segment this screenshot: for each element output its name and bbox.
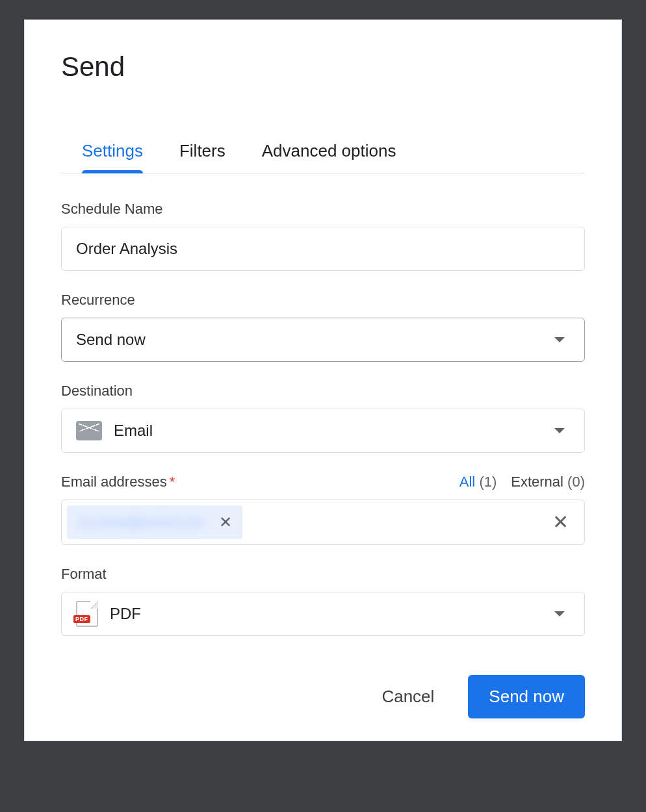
- clear-all-icon[interactable]: ✕: [550, 513, 571, 532]
- email-filter-external[interactable]: External: [511, 474, 563, 490]
- pdf-badge-text: PDF: [73, 615, 90, 623]
- email-addresses-input[interactable]: xx.xxxxx@xxxxxx.xxx ✕ ✕: [61, 500, 585, 545]
- email-icon: [76, 421, 102, 440]
- caret-down-icon: [554, 337, 565, 342]
- tabs: Settings Filters Advanced options: [61, 141, 585, 173]
- caret-down-icon: [554, 428, 565, 433]
- tab-advanced-options[interactable]: Advanced options: [262, 141, 396, 173]
- field-destination: Destination Email: [61, 383, 585, 453]
- tab-settings[interactable]: Settings: [82, 141, 143, 173]
- field-schedule-name: Schedule Name: [61, 201, 585, 271]
- chip-remove-icon[interactable]: ✕: [216, 512, 235, 533]
- dialog-title: Send: [61, 51, 585, 82]
- caret-down-icon: [554, 611, 565, 616]
- field-email-addresses: Email addresses* All (1) External (0) xx…: [61, 474, 585, 545]
- email-addresses-label-text: Email addresses: [61, 474, 167, 490]
- tab-filters[interactable]: Filters: [179, 141, 226, 173]
- destination-select[interactable]: Email: [61, 409, 585, 453]
- required-indicator: *: [170, 474, 175, 490]
- recurrence-select[interactable]: Send now: [61, 318, 585, 362]
- format-label: Format: [61, 566, 585, 583]
- destination-value: Email: [114, 422, 153, 440]
- email-filter-external-count: (0): [567, 474, 585, 490]
- email-chip-text: xx.xxxxx@xxxxxx.xxx: [79, 514, 203, 531]
- email-filter-all-count: (1): [479, 474, 497, 490]
- email-filter-all[interactable]: All: [459, 474, 475, 490]
- schedule-name-label: Schedule Name: [61, 201, 585, 218]
- format-value: PDF: [110, 605, 141, 623]
- recurrence-value: Send now: [76, 331, 146, 349]
- email-chip: xx.xxxxx@xxxxxx.xxx ✕: [67, 505, 242, 539]
- schedule-name-input[interactable]: [61, 227, 585, 271]
- send-now-button[interactable]: Send now: [468, 675, 585, 718]
- recurrence-label: Recurrence: [61, 292, 585, 309]
- email-counters: All (1) External (0): [459, 474, 585, 490]
- email-addresses-label: Email addresses*: [61, 474, 175, 490]
- field-format: Format PDF PDF: [61, 566, 585, 636]
- field-recurrence: Recurrence Send now: [61, 292, 585, 362]
- format-select[interactable]: PDF PDF: [61, 592, 585, 636]
- pdf-icon: PDF: [76, 601, 98, 627]
- destination-label: Destination: [61, 383, 585, 400]
- dialog-actions: Cancel Send now: [61, 675, 585, 718]
- cancel-button[interactable]: Cancel: [379, 680, 437, 713]
- send-dialog: Send Settings Filters Advanced options S…: [24, 19, 622, 741]
